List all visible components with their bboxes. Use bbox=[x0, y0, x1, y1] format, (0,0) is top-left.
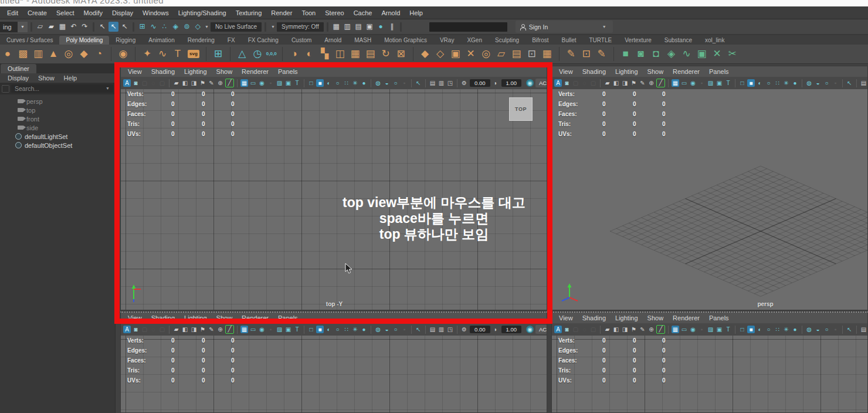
shadows-icon[interactable]: ● bbox=[791, 326, 799, 333]
outliner-item-top[interactable]: top bbox=[0, 106, 115, 114]
multi-cut-icon[interactable]: ✕ bbox=[463, 46, 479, 62]
grease-pencil-icon[interactable]: ╱ bbox=[656, 325, 665, 334]
gamma-field[interactable]: 1.00 bbox=[501, 79, 522, 87]
vp-menu-lighting[interactable]: Lighting bbox=[611, 314, 643, 321]
render-sequence-icon[interactable]: ▤ bbox=[354, 22, 364, 32]
screen-space-ao-icon[interactable]: ○ bbox=[392, 79, 399, 87]
pause-viewport-icon[interactable]: ∥ bbox=[387, 22, 397, 32]
hud-text-icon[interactable]: T bbox=[724, 79, 732, 87]
paint-effects-icon[interactable]: ◒ bbox=[383, 326, 391, 333]
isolate-select-icon[interactable]: ↖ bbox=[846, 326, 853, 333]
select-camera-icon[interactable]: ▰ bbox=[172, 326, 180, 333]
menu-cache[interactable]: Cache bbox=[349, 9, 377, 16]
film-gate-icon[interactable]: ▦ bbox=[672, 79, 679, 87]
poly-cube-icon[interactable]: ▩ bbox=[15, 46, 30, 62]
search-input[interactable]: Search... ▼ bbox=[11, 84, 113, 93]
bookmark-view-icon[interactable]: ⚑ bbox=[630, 79, 638, 87]
quad-draw-icon[interactable]: ▱ bbox=[494, 46, 509, 62]
menu-create[interactable]: Create bbox=[23, 9, 52, 16]
construction-plane-icon[interactable]: △ bbox=[235, 46, 250, 62]
vp-menu-show[interactable]: Show bbox=[643, 314, 669, 321]
svg-tool-icon[interactable]: svg bbox=[188, 50, 199, 58]
wireframe-icon[interactable]: □ bbox=[307, 326, 315, 333]
poly-sphere-icon[interactable]: ● bbox=[0, 46, 15, 62]
xray-icon[interactable]: ∷ bbox=[343, 79, 350, 87]
colorspace-badge-icon[interactable]: ◉ bbox=[526, 326, 534, 333]
safe-title-icon[interactable]: ▣ bbox=[284, 326, 292, 333]
retopologize-icon[interactable]: ↻ bbox=[378, 46, 394, 62]
undo-icon[interactable]: ↶ bbox=[69, 22, 79, 32]
default-material-icon[interactable]: ◍ bbox=[805, 326, 813, 333]
shelf-tab-fx[interactable]: FX bbox=[221, 36, 242, 45]
inactive-toggle-3-icon[interactable]: ▢ bbox=[589, 326, 597, 333]
safe-action-icon[interactable]: ▨ bbox=[707, 326, 714, 333]
hud-text-icon[interactable]: T bbox=[293, 326, 301, 333]
viewport-persp[interactable]: ViewShadingLightingShowRendererPanels A◙… bbox=[551, 66, 868, 310]
render-current-frame-icon[interactable]: ▦ bbox=[331, 22, 341, 32]
camera-attributes-icon[interactable]: ✎ bbox=[639, 79, 646, 87]
workspace-selector[interactable]: ing ▼ bbox=[0, 22, 28, 32]
outliner-item-front[interactable]: front bbox=[0, 114, 115, 123]
select-camera-icon[interactable]: ▰ bbox=[603, 79, 611, 87]
shelf-tab-rendering[interactable]: Rendering bbox=[181, 36, 221, 45]
gate-mask-icon[interactable]: ◉ bbox=[689, 79, 697, 87]
open-scene-icon[interactable]: ▰ bbox=[46, 22, 56, 32]
viewport-canvas[interactable]: Verts:000Edges:000Faces:000Tris:000UVs:0… bbox=[552, 336, 867, 412]
shelf-tab-custom[interactable]: Custom bbox=[285, 36, 318, 45]
poly-cylinder-icon[interactable]: ▥ bbox=[30, 46, 46, 62]
shelf-tab-bullet[interactable]: Bullet bbox=[555, 36, 582, 45]
safe-action-icon[interactable]: ▨ bbox=[276, 326, 283, 333]
exposure-field[interactable]: 0.00 bbox=[470, 326, 490, 333]
snap-to-projected-center-icon[interactable]: ◈ bbox=[171, 22, 181, 32]
wireframe-on-shaded-icon[interactable]: ○ bbox=[765, 79, 772, 87]
shaded-icon[interactable]: ■ bbox=[316, 326, 324, 333]
outliner-menu-help[interactable]: Help bbox=[60, 75, 82, 82]
copy-view-icon[interactable]: ▤ bbox=[860, 326, 867, 333]
motion-blur-icon[interactable]: ▪ bbox=[832, 79, 839, 87]
copy-view-icon[interactable]: ▤ bbox=[429, 326, 436, 333]
grease-pencil-icon[interactable]: ╱ bbox=[225, 79, 234, 87]
previous-view-icon[interactable]: ◧ bbox=[181, 79, 189, 87]
poly-count-icon[interactable]: ⊞ bbox=[211, 46, 226, 62]
inactive-toggle-1-icon[interactable]: ▢ bbox=[141, 79, 148, 87]
snap-to-view-plane-icon[interactable]: ⊚ bbox=[182, 22, 192, 32]
exposure-icon[interactable]: ⚙ bbox=[460, 79, 468, 87]
mirror-icon[interactable]: ◑ bbox=[287, 46, 302, 62]
pivot-icon[interactable]: ⊕ bbox=[647, 326, 655, 333]
vp-menu-shading[interactable]: Shading bbox=[147, 314, 179, 321]
chevron-down-icon[interactable]: ▼ bbox=[271, 25, 275, 29]
copy-view-icon[interactable]: ▤ bbox=[860, 79, 867, 87]
shelf-tab-motion-graphics[interactable]: Motion Graphics bbox=[378, 36, 433, 45]
paint-weights-icon[interactable]: ✎ bbox=[594, 46, 609, 62]
bookmark-view-icon[interactable]: ⚑ bbox=[630, 326, 638, 333]
poly-cone-icon[interactable]: ▲ bbox=[46, 46, 61, 62]
vp-menu-view[interactable]: View bbox=[554, 68, 578, 75]
textured-icon[interactable]: ◐ bbox=[756, 326, 764, 333]
vp-menu-renderer[interactable]: Renderer bbox=[668, 314, 704, 321]
viewport-top[interactable]: ViewShadingLightingShowRendererPanels A◙… bbox=[120, 66, 547, 310]
remesh-icon[interactable]: ⊠ bbox=[394, 46, 409, 62]
resolution-gate-icon[interactable]: ▭ bbox=[249, 326, 257, 333]
shelf-tab-substance[interactable]: Substance bbox=[658, 36, 699, 45]
camera-attributes-icon[interactable]: ✎ bbox=[208, 326, 215, 333]
textured-icon[interactable]: ◐ bbox=[325, 79, 333, 87]
hud-text-icon[interactable]: T bbox=[293, 79, 301, 87]
shaded-icon[interactable]: ■ bbox=[747, 79, 755, 87]
lighting-icon[interactable]: ✳ bbox=[782, 79, 790, 87]
menu-modify[interactable]: Modify bbox=[79, 9, 107, 16]
inactive-toggle-2-icon[interactable]: ◌ bbox=[150, 326, 157, 333]
view-cube-gizmo[interactable]: TOP bbox=[509, 97, 533, 121]
vp-menu-renderer[interactable]: Renderer bbox=[668, 68, 704, 75]
viewport-bottom-left[interactable]: ViewShadingLightingShowRendererPanels A◙… bbox=[120, 312, 547, 413]
cut-mesh-icon[interactable]: ✕ bbox=[710, 46, 725, 62]
type-tool-icon[interactable]: T bbox=[170, 46, 185, 62]
viewport-bottom-right[interactable]: ViewShadingLightingShowRendererPanels A◙… bbox=[551, 312, 868, 413]
previous-view-icon[interactable]: ◧ bbox=[612, 326, 620, 333]
field-chart-icon[interactable]: ▪ bbox=[267, 79, 274, 87]
snap-to-point-icon[interactable]: ∴ bbox=[160, 22, 169, 32]
next-view-icon[interactable]: ◨ bbox=[621, 326, 629, 333]
lighting-icon[interactable]: ✳ bbox=[782, 326, 790, 333]
inactive-toggle-1-icon[interactable]: ▢ bbox=[572, 79, 579, 87]
textured-icon[interactable]: ◐ bbox=[756, 79, 764, 87]
vp-menu-shading[interactable]: Shading bbox=[578, 314, 611, 321]
